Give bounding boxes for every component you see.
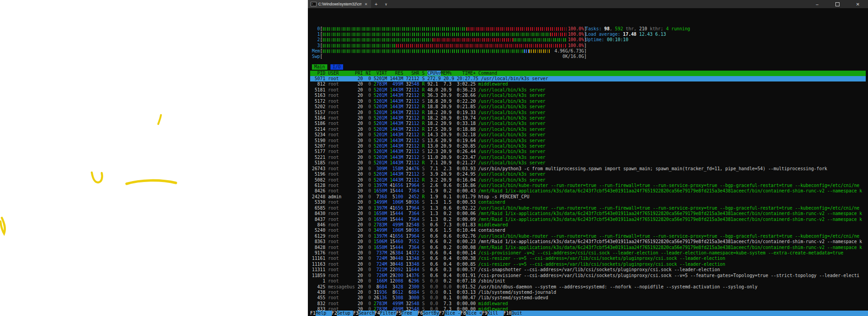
fkey-f4[interactable]: F4 <box>375 311 380 316</box>
process-row[interactable]: 8428 root 20 0 1650M 15444 7364 S 0.6 0.… <box>310 245 866 250</box>
process-row[interactable]: 455 root 20 0 26136 5308 3000 S 0.0 0.1 … <box>310 295 866 301</box>
process-row[interactable]: 5185 root 20 0 5201M 1443M 72112 R 7.1 2… <box>310 160 866 166</box>
process-row[interactable]: 11311 root 20 0 721M 22092 11644 S 0.6 0… <box>310 267 866 273</box>
function-key-bar: F1Help F2Setup F3SearchF4FilterF5Tree F6… <box>310 311 868 316</box>
process-row[interactable]: 5196 root 20 0 5201M 1443M 72112 S 3.9 2… <box>310 172 866 177</box>
annotation-stroke <box>158 115 161 124</box>
process-row[interactable]: 8437 root 20 0 1650M 15444 7364 S 1.3 0.… <box>310 217 866 222</box>
meter-bar: 100.0% <box>323 38 584 42</box>
process-row[interactable]: 6585 root 20 0 1397M 41656 17964 S 1.3 0… <box>310 206 866 211</box>
process-row[interactable]: 5234 root 20 0 5201M 1443M 72112 R 14.3 … <box>310 132 866 138</box>
fkey-label-sortby[interactable]: SortBy <box>423 311 439 316</box>
process-row[interactable]: 5330 root 20 0 3499M 106M 50936 S 1.3 1.… <box>310 200 866 205</box>
process-command: /usr/local/bin/k3s server <box>478 155 545 160</box>
process-row[interactable]: 5163 root 20 0 5201M 1443M 72112 R 36.3 … <box>310 93 866 98</box>
process-command: /mnt/Raid 1/ix-applications/k3s/data/6c2… <box>478 211 862 216</box>
fkey-f8[interactable]: F8 <box>461 311 466 316</box>
fkey-label-tree[interactable]: Tree <box>401 311 418 316</box>
process-row[interactable]: 5202 root 20 0 5201M 1443M 72112 R 18.8 … <box>310 104 866 110</box>
tab-dropdown-icon[interactable]: ∨ <box>381 0 391 8</box>
process-row[interactable]: 5177 root 20 0 5201M 1443M 72112 S 12.3 … <box>310 149 866 154</box>
fkey-label-nice-[interactable]: Nice + <box>466 311 482 316</box>
process-row[interactable]: 5157 root 20 0 5201M 1443M 72112 R 18.2 … <box>310 110 866 115</box>
process-command: /usr/local/bin/k3s server <box>478 149 545 154</box>
process-row[interactable]: 26743 root 20 0 309M 158M 24476 S 7.1 2.… <box>310 166 866 172</box>
htop-screen: 0[100.0%] 1[100.0%] 2[100.0%] 3[100.0%]M… <box>308 8 868 316</box>
screen-tab-main[interactable]: Main <box>312 64 327 70</box>
meter-value: 4.96G/6.73G <box>553 48 584 54</box>
process-row[interactable]: 8430 root 20 0 1650M 15444 7364 S 1.3 0.… <box>310 211 866 216</box>
process-table-header[interactable]: PID USER PRI NI VIRT RES SHR S CPU%▽MEM%… <box>310 71 866 76</box>
process-row[interactable]: 5082 root 20 0 5201M 1443M 72112 R 3.2 2… <box>310 177 866 183</box>
process-row[interactable]: 6129 root 20 0 1397M 41656 17964 S 0.6 0… <box>310 234 866 239</box>
fkey-f3[interactable]: F3 <box>353 311 359 316</box>
meter-value: 100.0% <box>566 43 584 48</box>
process-row[interactable]: 24248 admin 20 0 7368 5100 2452 R 1.9 0.… <box>310 194 866 200</box>
process-command: /usr/local/bin/k3s server <box>478 115 545 120</box>
terminal-tab[interactable]: >_ C:\Windows\system32\cmd.e… ✕ <box>308 0 371 8</box>
fkey-label-nice-[interactable]: Nice - <box>444 311 461 316</box>
process-row[interactable]: 1 root 20 0 166M 12008 6296 S 0.0 0.2 0:… <box>310 278 866 284</box>
titlebar-drag-area[interactable] <box>391 0 807 8</box>
tab-close-icon[interactable]: ✕ <box>363 2 368 6</box>
process-command: /usr/bin/dbus-daemon --system --address=… <box>478 284 757 289</box>
fkey-label-setup[interactable]: Setup <box>337 311 353 316</box>
process-row[interactable]: 5214 root 20 0 5201M 1443M 72112 R 17.5 … <box>310 127 866 132</box>
fkey-label-filter[interactable]: Filter <box>380 311 396 316</box>
fkey-f2[interactable]: F2 <box>332 311 337 316</box>
screen-tab-io[interactable]: I/O <box>330 64 343 70</box>
fkey-f7[interactable]: F7 <box>439 311 444 316</box>
process-row[interactable]: 425 messagebus 20 0 8684 3428 2300 S 0.0… <box>310 284 866 290</box>
process-row[interactable]: 6128 root 20 0 1397M 41656 17964 S 2.6 0… <box>310 183 866 188</box>
load-average: Load average: 17.48 12.43 6.13 <box>585 32 666 37</box>
process-row[interactable]: 5164 root 20 0 5201M 1443M 72112 R 18.2 … <box>310 115 866 121</box>
meter-segment <box>323 27 467 31</box>
process-command: /csi-provisioner --csi-address=/var/lib/… <box>478 273 859 278</box>
process-row[interactable]: 5181 root 20 0 5201M 1443M 72112 R 48.0 … <box>310 87 866 93</box>
process-command: /usr/local/bin/k3s server <box>478 144 545 148</box>
meter-bar: 100.0% <box>323 27 584 31</box>
process-row[interactable]: 5186 root 20 0 5201M 1443M 72112 R 18.2 … <box>310 121 866 126</box>
terminal-window: >_ C:\Windows\system32\cmd.e… ✕ + ∨ – ✕ … <box>308 0 868 316</box>
annotation-stroke <box>127 181 176 184</box>
process-row[interactable]: 812 root 20 0 2783M 499M 32548 R 92.1 7.… <box>310 81 866 87</box>
process-row-selected[interactable]: 5071 root 20 0 5201M 1443M 72112 S 272.9… <box>310 76 866 81</box>
fkey-label-help[interactable]: Help <box>316 311 332 316</box>
process-row[interactable]: 438 root 20 0 31936 8612 6884 S 0.0 0.1 … <box>310 290 866 295</box>
fkey-label-search[interactable]: Search <box>359 311 375 316</box>
meter-bar: 0K/16.0G <box>323 55 584 58</box>
maximize-button[interactable] <box>827 0 848 8</box>
process-row[interactable]: 5190 root 20 0 5201M 1443M 72112 S 13.6 … <box>310 138 866 144</box>
meter-0: 0[100.0%] <box>312 26 587 32</box>
process-row[interactable]: 8426 root 20 0 1650M 15444 7364 S 1.9 0.… <box>310 188 866 194</box>
process-command: /usr/local/bin/k3s server <box>478 110 545 115</box>
fkey-label-kill[interactable]: Kill <box>487 311 504 316</box>
process-command: /usr/local/bin/k3s server <box>478 87 545 92</box>
fkey-f5[interactable]: F5 <box>396 311 401 316</box>
fkey-f6[interactable]: F6 <box>418 311 423 316</box>
process-command: /usr/local/bin/k3s server <box>478 99 545 104</box>
process-row[interactable]: 5221 root 20 0 5201M 1443M 72112 S 11.0 … <box>310 155 866 160</box>
meter-bar: 100.0% <box>323 44 584 48</box>
fkey-f1[interactable]: F1 <box>310 311 316 316</box>
process-command: middlewared <box>478 222 508 227</box>
process-row[interactable]: 8363 root 20 0 1506M 15460 7552 S 0.6 0.… <box>310 239 866 244</box>
process-row[interactable]: 11859 root 20 0 726M 29200 14376 S 0.6 0… <box>310 273 866 278</box>
process-row[interactable]: 11163 root 20 0 724M 30448 13348 S 0.6 0… <box>310 262 866 267</box>
minimize-button[interactable]: – <box>807 0 827 8</box>
close-button[interactable]: ✕ <box>848 0 868 8</box>
process-row[interactable]: 846 root 20 0 2783M 499M 32548 S 0.6 7.3… <box>310 222 866 228</box>
fkey-f9[interactable]: F9 <box>482 311 487 316</box>
process-row[interactable]: 5172 root 20 0 5201M 1443M 72112 S 18.8 … <box>310 99 866 104</box>
process-row[interactable]: 11161 root 20 0 724M 30448 13348 S 0.6 0… <box>310 256 866 261</box>
fkey-f10[interactable]: F10 <box>504 311 512 316</box>
new-tab-button[interactable]: + <box>371 0 381 8</box>
process-row[interactable]: 9176 root 20 0 737M 26384 14372 S 0.6 0.… <box>310 250 866 256</box>
process-row[interactable]: 832 root 20 0 2783M 499M 32548 S 0.0 7.3… <box>310 301 866 306</box>
process-row[interactable]: 5240 root 20 0 3499M 106M 50936 S 0.6 1.… <box>310 228 866 233</box>
fkey-label-quit[interactable]: Quit <box>511 311 528 316</box>
column-header-cpu-sorted[interactable]: CPU%▽ <box>427 71 441 76</box>
process-command: /usr/local/bin/kube-router --run-router=… <box>478 183 859 188</box>
process-command: middlewared <box>478 301 508 306</box>
process-row[interactable]: 5207 root 20 0 5201M 1443M 72112 R 13.0 … <box>310 144 866 149</box>
